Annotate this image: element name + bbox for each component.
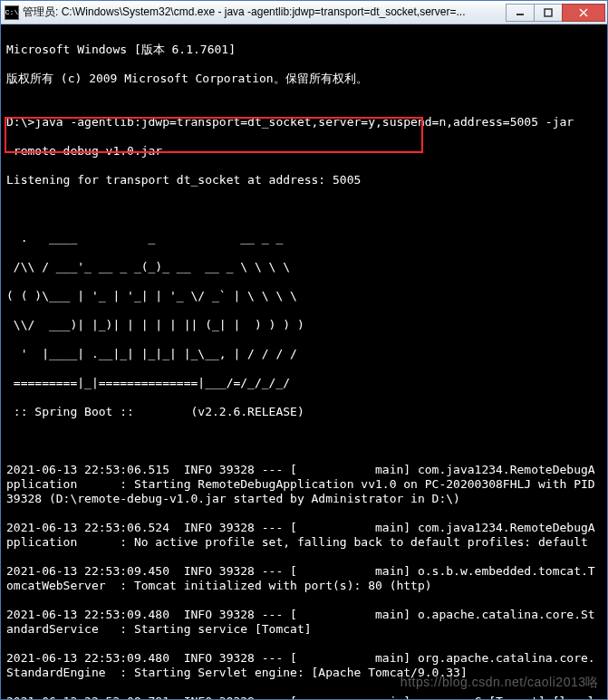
cmd-icon: C:\	[5, 5, 19, 20]
minimize-button[interactable]	[506, 4, 535, 22]
spring-banner-line: =========|_|==============|___/=/_/_/_/	[6, 376, 602, 390]
cmd-window: C:\ 管理员: C:\Windows\System32\cmd.exe - j…	[0, 0, 608, 700]
spring-banner-line: /\\ / ___'_ __ _ _(_)_ __ __ _ \ \ \ \	[6, 260, 602, 274]
terminal-line	[6, 434, 602, 448]
spring-banner-line: ' |____| .__|_| |_|_| |_\__, | / / / /	[6, 347, 602, 361]
log-line: 2021-06-13 22:53:09.781 INFO 39328 --- […	[6, 695, 602, 699]
terminal-body[interactable]: Microsoft Windows [版本 6.1.7601] 版权所有 (c)…	[1, 24, 607, 699]
svg-rect-1	[545, 9, 552, 16]
titlebar[interactable]: C:\ 管理员: C:\Windows\System32\cmd.exe - j…	[1, 1, 607, 24]
terminal-line: remote-debug-v1.0.jar	[6, 144, 602, 158]
terminal-line	[6, 202, 602, 216]
minimize-icon	[516, 8, 525, 17]
spring-banner-line: ( ( )\___ | '_ | '_| | '_ \/ _` | \ \ \ …	[6, 289, 602, 303]
log-line: 2021-06-13 22:53:09.480 INFO 39328 --- […	[6, 651, 602, 680]
log-line: 2021-06-13 22:53:09.450 INFO 39328 --- […	[6, 564, 602, 593]
terminal-line: D:\>java -agentlib:jdwp=transport=dt_soc…	[6, 115, 602, 129]
terminal-line: 版权所有 (c) 2009 Microsoft Corporation。保留所有…	[6, 72, 602, 86]
close-button[interactable]	[562, 4, 605, 22]
spring-banner-line: :: Spring Boot :: (v2.2.6.RELEASE)	[6, 405, 602, 419]
window-controls	[507, 4, 605, 22]
spring-banner-line: . ____ _ __ _ _	[6, 231, 602, 245]
log-line: 2021-06-13 22:53:06.524 INFO 39328 --- […	[6, 521, 602, 550]
close-icon	[579, 8, 588, 17]
terminal-line: Microsoft Windows [版本 6.1.7601]	[6, 43, 602, 57]
maximize-icon	[544, 8, 553, 17]
log-line: 2021-06-13 22:53:06.515 INFO 39328 --- […	[6, 463, 602, 506]
spring-banner-line: \\/ ___)| |_)| | | | | || (_| | ) ) ) )	[6, 318, 602, 332]
log-line: 2021-06-13 22:53:09.480 INFO 39328 --- […	[6, 608, 602, 637]
terminal-line-highlighted: Listening for transport dt_socket at add…	[6, 173, 602, 187]
maximize-button[interactable]	[534, 4, 563, 22]
window-title: 管理员: C:\Windows\System32\cmd.exe - java …	[23, 5, 507, 20]
